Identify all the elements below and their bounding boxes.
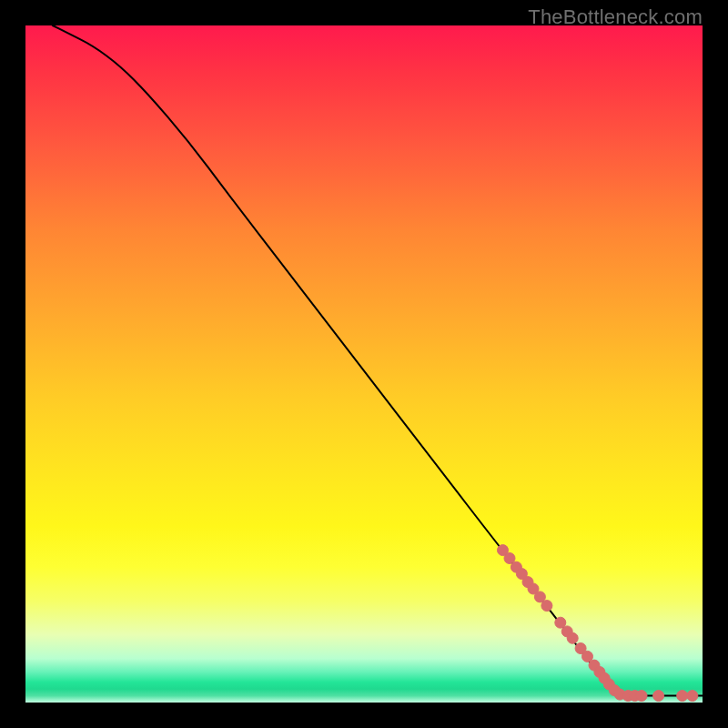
bottleneck-curve <box>53 25 703 696</box>
plot-area <box>25 25 703 703</box>
chart-svg <box>25 25 703 703</box>
data-point <box>636 691 647 702</box>
data-point <box>653 691 664 702</box>
data-point <box>687 691 698 702</box>
chart-frame: TheBottleneck.com <box>0 0 728 728</box>
data-point <box>677 691 688 702</box>
data-point <box>541 601 552 612</box>
scatter-dots <box>498 545 698 702</box>
data-point <box>567 632 578 643</box>
